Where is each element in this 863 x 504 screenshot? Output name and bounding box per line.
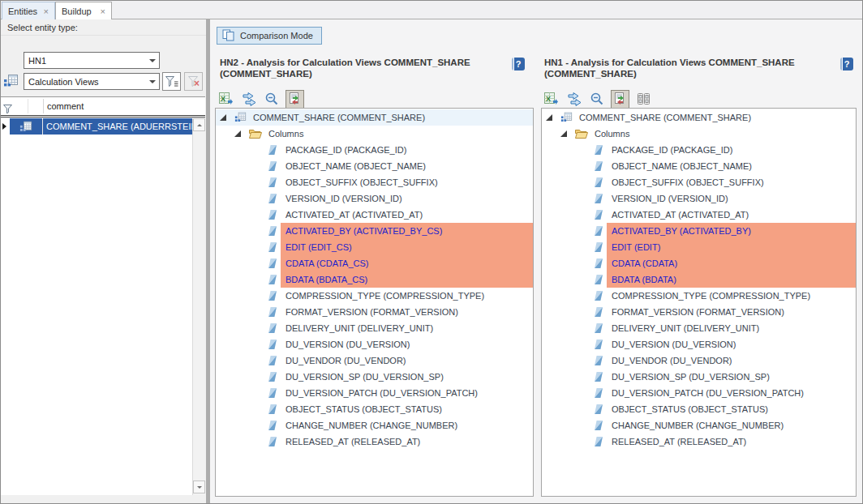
- zoom-out-icon[interactable]: [263, 90, 280, 108]
- tab-entities-label: Entities: [8, 6, 37, 16]
- tree-column-row[interactable]: RELEASED_AT (RELEASED_AT): [542, 434, 856, 450]
- column-icon: [268, 258, 277, 268]
- tree-column-row[interactable]: CHANGE_NUMBER (CHANGE_NUMBER): [216, 417, 533, 434]
- transfer-icon[interactable]: [240, 90, 257, 108]
- tree-column-row[interactable]: EDIT (EDIT): [542, 239, 856, 255]
- apply-filter-button[interactable]: [162, 72, 181, 91]
- tree-column-row[interactable]: BDATA (BDATA): [542, 271, 856, 288]
- entity-type-dropdown[interactable]: Calculation Views: [24, 73, 160, 90]
- column-icon: [268, 323, 277, 333]
- tree-column-row[interactable]: OBJECT_SUFFIX (OBJECT_SUFFIX): [542, 174, 856, 190]
- funnel-icon: [3, 102, 12, 117]
- tree-column-row[interactable]: DU_VERSION_SP (DU_VERSION_SP): [542, 369, 856, 385]
- tree-column-row[interactable]: ACTIVATED_BY (ACTIVATED_BY): [542, 223, 856, 239]
- help-icon[interactable]: ?: [512, 58, 525, 70]
- tree-column-row[interactable]: OBJECT_STATUS (OBJECT_STATUS): [542, 401, 856, 417]
- tab-buildup[interactable]: Buildup ×: [55, 2, 112, 19]
- column-icon: [595, 421, 603, 430]
- compare-mode-icon[interactable]: [611, 90, 629, 109]
- tree-column-label: DU_VERSION (DU_VERSION): [612, 340, 736, 349]
- zoom-out-icon[interactable]: [588, 90, 605, 108]
- tree-column-row[interactable]: OBJECT_SUFFIX (OBJECT_SUFFIX): [216, 174, 533, 190]
- column-layout-icon[interactable]: [635, 90, 652, 108]
- export-excel-icon[interactable]: X: [543, 90, 560, 108]
- tree-column-row[interactable]: DU_VENDOR (DU_VENDOR): [542, 352, 856, 369]
- tree-column-label: CHANGE_NUMBER (CHANGE_NUMBER): [612, 421, 784, 430]
- tree-column-row[interactable]: DU_VERSION (DU_VERSION): [542, 336, 856, 352]
- tree-column-label: OBJECT_SUFFIX (OBJECT_SUFFIX): [286, 177, 438, 187]
- expander-icon[interactable]: [220, 114, 226, 121]
- tree-column-row[interactable]: DU_VERSION_PATCH (DU_VERSION_PATCH): [542, 385, 856, 401]
- tree-column-row[interactable]: CDATA (CDATA_CS): [216, 255, 533, 271]
- filter-value[interactable]: comment: [47, 101, 84, 111]
- tab-bar: Entities × Buildup ×: [1, 1, 862, 19]
- folder-icon: [575, 129, 588, 139]
- tree-column-row[interactable]: PACKAGE_ID (PACKAGE_ID): [542, 142, 856, 158]
- panel-title: HN1 - Analysis for Calculation Views COM…: [544, 57, 835, 79]
- calculation-view-icon: [234, 112, 247, 123]
- tree-folder-row[interactable]: Columns: [216, 126, 533, 142]
- help-icon[interactable]: ?: [840, 58, 853, 70]
- tree-column-row[interactable]: VERSION_ID (VERSION_ID): [216, 190, 533, 207]
- tree-column-row[interactable]: PACKAGE_ID (PACKAGE_ID): [216, 142, 533, 158]
- chevron-down-icon[interactable]: [146, 59, 159, 62]
- tree-column-label: DU_VENDOR (DU_VENDOR): [612, 356, 732, 365]
- transfer-icon[interactable]: [565, 90, 582, 108]
- tree-column-row[interactable]: FORMAT_VERSION (FORMAT_VERSION): [216, 304, 533, 320]
- list-item-selected[interactable]: COMMENT_SHARE (ADUERRSTEIN_T: [1, 118, 192, 135]
- tree-column-label: OBJECT_SUFFIX (OBJECT_SUFFIX): [612, 177, 764, 187]
- scroll-up-icon[interactable]: [193, 118, 205, 131]
- tree-column-row[interactable]: BDATA (BDATA_CS): [216, 271, 533, 288]
- close-icon[interactable]: ×: [96, 7, 105, 15]
- clear-filter-button[interactable]: ×: [184, 72, 203, 91]
- tree-column-label: ACTIVATED_BY (ACTIVATED_BY): [612, 226, 751, 236]
- tree-folder-row[interactable]: Columns: [542, 126, 856, 142]
- tree-column-row[interactable]: VERSION_ID (VERSION_ID): [542, 190, 856, 207]
- tree-column-row[interactable]: FORMAT_VERSION (FORMAT_VERSION): [542, 304, 856, 320]
- compare-mode-icon[interactable]: [286, 90, 304, 109]
- tree-column-row[interactable]: DU_VENDOR (DU_VENDOR): [216, 352, 533, 369]
- expander-icon[interactable]: [234, 130, 241, 137]
- tree-column-row[interactable]: DELIVERY_UNIT (DELIVERY_UNIT): [542, 320, 856, 336]
- tree-column-row[interactable]: DU_VERSION (DU_VERSION): [216, 336, 533, 352]
- tab-entities[interactable]: Entities ×: [2, 2, 55, 19]
- svg-text:X: X: [546, 95, 551, 103]
- tree-column-row[interactable]: EDIT (EDIT_CS): [216, 239, 533, 255]
- tree-column-row[interactable]: OBJECT_NAME (OBJECT_NAME): [216, 158, 533, 174]
- tree-column-label: VERSION_ID (VERSION_ID): [286, 194, 402, 203]
- tree-column-row[interactable]: ACTIVATED_AT (ACTIVATED_AT): [216, 207, 533, 223]
- close-icon[interactable]: ×: [39, 7, 49, 15]
- tree-root-row[interactable]: COMMENT_SHARE (COMMENT_SHARE): [542, 109, 856, 126]
- column-icon: [595, 177, 603, 187]
- column-icon: [595, 372, 603, 382]
- scroll-down-icon[interactable]: [193, 481, 205, 493]
- chevron-down-icon[interactable]: [146, 80, 159, 83]
- tree-column-row[interactable]: COMPRESSION_TYPE (COMPRESSION_TYPE): [216, 288, 533, 304]
- expander-icon[interactable]: [560, 130, 567, 137]
- tree-column-row[interactable]: DU_VERSION_SP (DU_VERSION_SP): [216, 369, 533, 385]
- system-dropdown[interactable]: HN1: [24, 52, 160, 69]
- tree-column-row[interactable]: DELIVERY_UNIT (DELIVERY_UNIT): [216, 320, 533, 336]
- tree-column-label: CHANGE_NUMBER (CHANGE_NUMBER): [286, 421, 457, 430]
- tree-column-row[interactable]: DU_VERSION_PATCH (DU_VERSION_PATCH): [216, 385, 533, 401]
- column-icon: [268, 177, 277, 187]
- tree-column-label: OBJECT_NAME (OBJECT_NAME): [612, 161, 752, 171]
- tree-column-row[interactable]: CDATA (CDATA): [542, 255, 856, 271]
- tree-column-row[interactable]: RELEASED_AT (RELEASED_AT): [216, 434, 533, 450]
- tree-column-label: OBJECT_NAME (OBJECT_NAME): [286, 161, 426, 171]
- tree-column-row[interactable]: CHANGE_NUMBER (CHANGE_NUMBER): [542, 417, 856, 434]
- expander-icon[interactable]: [546, 114, 552, 121]
- tree-column-row[interactable]: ACTIVATED_BY (ACTIVATED_BY_CS): [216, 223, 533, 239]
- tree-column-row[interactable]: OBJECT_NAME (OBJECT_NAME): [542, 158, 856, 174]
- list-scrollbar[interactable]: [192, 118, 205, 495]
- export-excel-icon[interactable]: X: [217, 90, 234, 108]
- tree-column-row[interactable]: ACTIVATED_AT (ACTIVATED_AT): [542, 207, 856, 223]
- tree-column-row[interactable]: COMPRESSION_TYPE (COMPRESSION_TYPE): [542, 288, 856, 304]
- tree-column-label: ACTIVATED_AT (ACTIVATED_AT): [286, 210, 423, 220]
- comparison-mode-button[interactable]: Comparison Mode: [217, 27, 322, 45]
- entity-list-header[interactable]: comment: [1, 97, 205, 116]
- tree-root-label: COMMENT_SHARE (COMMENT_SHARE): [253, 113, 425, 122]
- tree-column-row[interactable]: OBJECT_STATUS (OBJECT_STATUS): [216, 401, 533, 417]
- tree-column-label: OBJECT_STATUS (OBJECT_STATUS): [286, 404, 442, 414]
- tree-root-row[interactable]: COMMENT_SHARE (COMMENT_SHARE): [216, 109, 533, 126]
